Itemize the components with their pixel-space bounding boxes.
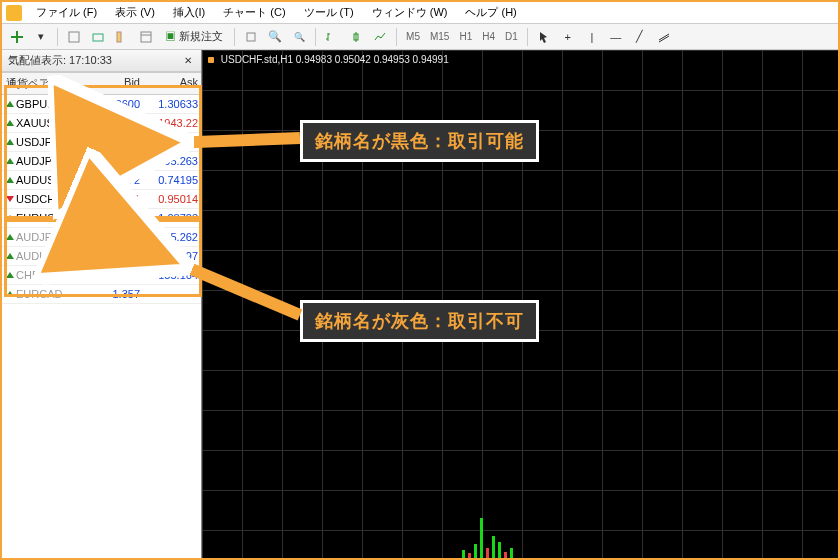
channel-tool[interactable] (653, 27, 675, 47)
market-watch-title-bar: 気配値表示: 17:10:33 ✕ (2, 50, 201, 72)
arrow-up-icon (6, 291, 14, 297)
menu-tool[interactable]: ツール (T) (296, 3, 362, 22)
market-watch-header: 通貨ペア Bid Ask (2, 72, 201, 95)
menu-chart[interactable]: チャート (C) (215, 3, 293, 22)
col-bid[interactable]: Bid (86, 73, 144, 94)
symbol-cell[interactable]: USDJP... (2, 133, 86, 151)
market-watch-row[interactable]: AUDJPY95.23695.262 (2, 228, 201, 247)
tf-m5[interactable]: M5 (402, 29, 424, 44)
arrow-down-icon (6, 196, 14, 202)
market-watch-row[interactable]: GBPUS...1.306001.30633 (2, 95, 201, 114)
callout-black-tradeable: 銘柄名が黒色：取引可能 (300, 120, 539, 162)
symbol-cell[interactable]: EURCAD (2, 285, 86, 303)
menu-view[interactable]: 表示 (V) (107, 3, 163, 22)
menubar: ファイル (F) 表示 (V) 挿入(I) チャート (C) ツール (T) ウ… (2, 2, 838, 24)
data-window-button[interactable] (135, 27, 157, 47)
bid-cell (86, 152, 144, 170)
market-watch-panel: 気配値表示: 17:10:33 ✕ 通貨ペア Bid Ask GBPUS...1… (2, 50, 202, 558)
new-order-button[interactable]: ▣ 新規注文 (159, 27, 229, 46)
ask-cell: 0.74195 (144, 171, 202, 189)
trendline-tool[interactable]: ╱ (629, 27, 651, 47)
svg-rect-0 (69, 32, 79, 42)
tf-d1[interactable]: D1 (501, 29, 522, 44)
bid-cell: 0.74172 (86, 171, 144, 189)
market-watch-row[interactable]: EURUS...1.087001.08723 (2, 209, 201, 228)
symbol-name: AUDJPY (16, 231, 59, 243)
svg-rect-1 (93, 34, 103, 41)
dropdown-button[interactable]: ▾ (30, 27, 52, 47)
arrow-up-icon (6, 253, 14, 259)
symbol-cell[interactable]: AUDJPY (2, 228, 86, 246)
bid-cell: 1942.64 (86, 114, 144, 132)
cursor-tool[interactable] (533, 27, 555, 47)
market-watch-button[interactable] (87, 27, 109, 47)
autotrade-button[interactable] (240, 27, 262, 47)
symbol-cell[interactable]: USDCH... (2, 190, 86, 208)
symbol-cell[interactable]: GBPUS... (2, 95, 86, 113)
symbol-name: XAUUS... (16, 117, 63, 129)
toolbar-separator (527, 28, 528, 46)
crosshair-tool[interactable]: + (557, 27, 579, 47)
hline-tool[interactable]: — (605, 27, 627, 47)
arrow-up-icon (6, 272, 14, 278)
navigator-button[interactable] (111, 27, 133, 47)
market-watch-row[interactable]: XAUUS...1942.641943.22 (2, 114, 201, 133)
market-watch-row[interactable]: USDCH...0.949910.95014 (2, 190, 201, 209)
symbol-cell[interactable]: AUDJP... (2, 152, 86, 170)
col-symbol[interactable]: 通貨ペア (2, 73, 86, 94)
symbol-name: USDCH... (16, 193, 64, 205)
bid-cell: 1.357 (86, 285, 144, 303)
arrow-up-icon (6, 215, 14, 221)
symbol-name: GBPUS... (16, 98, 64, 110)
add-chart-button[interactable] (6, 27, 28, 47)
symbol-name: AUDJP... (16, 155, 60, 167)
chart-title: USDCHF.std,H1 0.94983 0.95042 0.94953 0.… (208, 54, 449, 65)
vline-tool[interactable]: | (581, 27, 603, 47)
ask-cell: 1.30633 (144, 95, 202, 113)
toolbar-separator (57, 28, 58, 46)
arrow-up-icon (6, 120, 14, 126)
market-watch-row[interactable]: AUDUS...0.741720.74195 (2, 171, 201, 190)
bid-cell: 128.2 (86, 133, 144, 151)
symbol-cell[interactable]: AUDUSD (2, 247, 86, 265)
menu-file[interactable]: ファイル (F) (28, 3, 105, 22)
symbol-name: CHFJPY (16, 269, 59, 281)
col-ask[interactable]: Ask (144, 73, 202, 94)
ask-cell: 1.08723 (144, 209, 202, 227)
ask-cell: 1943.22 (144, 114, 202, 132)
menu-window[interactable]: ウィンドウ (W) (364, 3, 456, 22)
bid-cell (86, 266, 144, 284)
tf-h4[interactable]: H4 (478, 29, 499, 44)
zoom-in-button[interactable]: 🔍 (264, 27, 286, 47)
toolbar-separator (234, 28, 235, 46)
zoom-out-button[interactable]: 🔍 (288, 27, 310, 47)
market-watch-close-button[interactable]: ✕ (181, 54, 195, 68)
toolbar: ▾ ▣ 新規注文 🔍 🔍 M5 M15 H1 H4 D1 (2, 24, 838, 50)
tf-h1[interactable]: H1 (455, 29, 476, 44)
market-watch-row[interactable]: AUDUSD0.741720.74197 (2, 247, 201, 266)
bid-cell: 95.236 (86, 228, 144, 246)
ask-cell: 135.164 (144, 266, 202, 284)
chart-candle-button[interactable] (345, 27, 367, 47)
app-icon (6, 5, 22, 21)
market-watch-row[interactable]: CHFJPY135.164 (2, 266, 201, 285)
market-watch-row[interactable]: USDJP...128.2128.49 (2, 133, 201, 152)
ask-cell: 95.262 (144, 228, 202, 246)
profiles-button[interactable] (63, 27, 85, 47)
callout-gray-untradeable: 銘柄名が灰色：取引不可 (300, 300, 539, 342)
symbol-cell[interactable]: EURUS... (2, 209, 86, 227)
toolbar-separator (315, 28, 316, 46)
tf-m15[interactable]: M15 (426, 29, 453, 44)
arrow-up-icon (6, 101, 14, 107)
menu-help[interactable]: ヘルプ (H) (457, 3, 524, 22)
menu-insert[interactable]: 挿入(I) (165, 3, 213, 22)
market-watch-row[interactable]: EURCAD1.357 (2, 285, 201, 304)
symbol-cell[interactable]: AUDUS... (2, 171, 86, 189)
market-watch-row[interactable]: AUDJP...95.263 (2, 152, 201, 171)
symbol-cell[interactable]: CHFJPY (2, 266, 86, 284)
chart-bar-button[interactable] (321, 27, 343, 47)
chart-line-button[interactable] (369, 27, 391, 47)
symbol-cell[interactable]: XAUUS... (2, 114, 86, 132)
toolbar-separator (396, 28, 397, 46)
symbol-name: USDJP... (16, 136, 60, 148)
